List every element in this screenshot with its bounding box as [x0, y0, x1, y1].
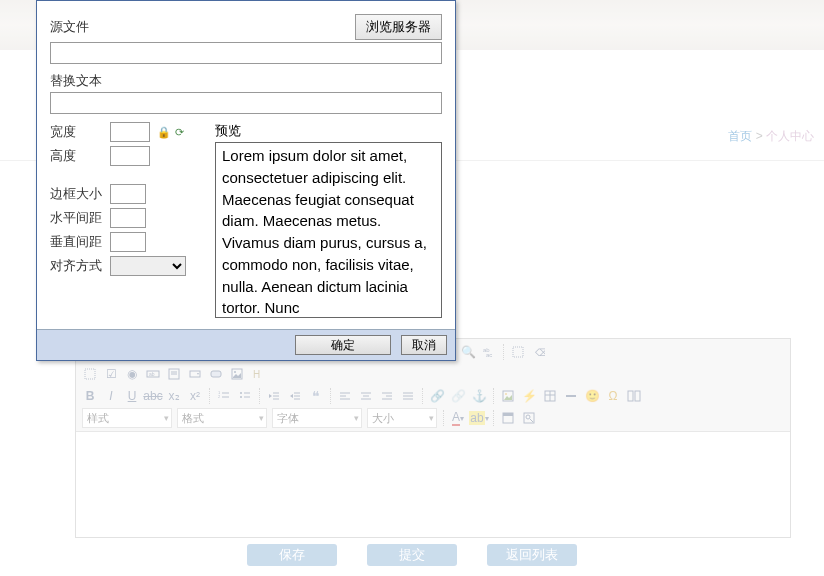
border-input[interactable]	[110, 184, 146, 204]
preview-box[interactable]: Lorem ipsum dolor sit amet, consectetuer…	[215, 142, 442, 318]
align-select[interactable]	[110, 256, 186, 276]
align-label: 对齐方式	[50, 257, 106, 275]
dialog-footer: 确定 取消	[37, 329, 455, 360]
cancel-button[interactable]: 取消	[401, 335, 447, 355]
preview-label: 预览	[215, 122, 442, 140]
alt-input[interactable]	[50, 92, 442, 114]
vspace-label: 垂直间距	[50, 233, 106, 251]
height-input[interactable]	[110, 146, 150, 166]
lock-icon[interactable]: 🔒	[157, 126, 171, 139]
width-input[interactable]	[110, 122, 150, 142]
border-label: 边框大小	[50, 185, 106, 203]
ok-button[interactable]: 确定	[295, 335, 391, 355]
reset-icon[interactable]: ⟳	[175, 126, 184, 139]
source-input[interactable]	[50, 42, 442, 64]
vspace-input[interactable]	[110, 232, 146, 252]
hspace-input[interactable]	[110, 208, 146, 228]
browse-server-button[interactable]: 浏览服务器	[355, 14, 442, 40]
image-properties-dialog: 源文件 浏览服务器 替换文本 宽度 🔒 ⟳ 高度	[36, 0, 456, 361]
source-label: 源文件	[50, 18, 89, 36]
hspace-label: 水平间距	[50, 209, 106, 227]
width-label: 宽度	[50, 123, 106, 141]
alt-label: 替换文本	[50, 72, 442, 90]
height-label: 高度	[50, 147, 106, 165]
